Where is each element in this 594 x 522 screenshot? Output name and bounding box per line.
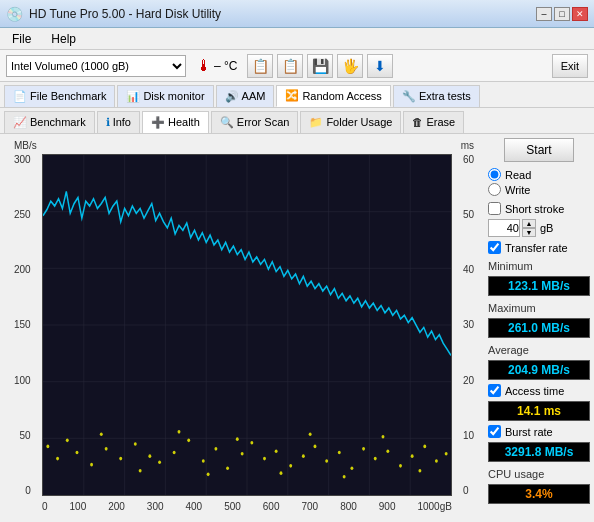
transfer-rate-label: Transfer rate (505, 242, 568, 254)
tab-folder-usage[interactable]: 📁 Folder Usage (300, 111, 401, 133)
svg-point-35 (314, 445, 317, 449)
svg-point-26 (202, 459, 205, 463)
right-panel: Start Read Write Short stroke ▲ ▼ gB (484, 134, 594, 522)
exit-button[interactable]: Exit (552, 54, 588, 78)
tab-extra-tests[interactable]: 🔧 Extra tests (393, 85, 480, 107)
file-benchmark-icon: 📄 (13, 90, 27, 103)
svg-point-55 (382, 435, 385, 439)
minimize-button[interactable]: – (536, 7, 552, 21)
toolbar-btn-5[interactable]: ⬇ (367, 54, 393, 78)
health-icon: ➕ (151, 116, 165, 129)
svg-point-46 (445, 452, 448, 456)
tab-erase[interactable]: 🗑 Erase (403, 111, 464, 133)
tab-file-benchmark[interactable]: 📄 File Benchmark (4, 85, 115, 107)
svg-point-32 (275, 449, 278, 453)
main-content: MB/s ms 300 250 200 150 100 50 0 60 50 4… (0, 134, 594, 522)
tab-disk-monitor[interactable]: 📊 Disk monitor (117, 85, 213, 107)
svg-point-56 (418, 469, 421, 473)
disk-monitor-icon: 📊 (126, 90, 140, 103)
tab-benchmark[interactable]: 📈 Benchmark (4, 111, 95, 133)
title-bar: 💿 HD Tune Pro 5.00 - Hard Disk Utility –… (0, 0, 594, 28)
average-label: Average (488, 344, 590, 356)
svg-point-41 (386, 449, 389, 453)
tab-health-label: Health (168, 116, 200, 128)
tab-random-access-label: Random Access (302, 90, 381, 102)
read-radio[interactable] (488, 168, 501, 181)
svg-point-36 (325, 459, 328, 463)
svg-point-16 (66, 439, 69, 443)
toolbar: Intel Volume0 (1000 gB) 🌡 – °C 📋 📋 💾 🖐 ⬇… (0, 50, 594, 82)
svg-point-52 (280, 471, 283, 475)
tab-random-access[interactable]: 🔀 Random Access (276, 85, 390, 107)
cpu-value: 3.4% (488, 484, 590, 504)
error-scan-icon: 🔍 (220, 116, 234, 129)
extra-tests-icon: 🔧 (402, 90, 416, 103)
window-title: HD Tune Pro 5.00 - Hard Disk Utility (29, 7, 221, 21)
svg-point-31 (263, 457, 266, 461)
read-write-group: Read Write (488, 166, 590, 198)
svg-point-42 (399, 464, 402, 468)
svg-point-19 (105, 447, 108, 451)
y-axis-right: 60 50 40 30 20 10 0 (463, 154, 474, 496)
toolbar-btn-1[interactable]: 📋 (247, 54, 273, 78)
tab-error-scan[interactable]: 🔍 Error Scan (211, 111, 299, 133)
menu-file[interactable]: File (8, 30, 35, 48)
spinner-down[interactable]: ▼ (522, 228, 536, 237)
tab-info[interactable]: ℹ Info (97, 111, 140, 133)
burst-rate-checkbox-label: Burst rate (505, 426, 553, 438)
burst-rate-checkbox[interactable] (488, 425, 501, 438)
toolbar-btn-4[interactable]: 🖐 (337, 54, 363, 78)
svg-point-20 (119, 457, 122, 461)
toolbar-btn-2[interactable]: 📋 (277, 54, 303, 78)
svg-point-34 (302, 454, 305, 458)
drive-select[interactable]: Intel Volume0 (1000 gB) (6, 55, 186, 77)
svg-point-28 (226, 466, 229, 470)
transfer-rate-checkbox[interactable] (488, 241, 501, 254)
access-time-checkbox[interactable] (488, 384, 501, 397)
short-stroke-checkbox[interactable] (488, 202, 501, 215)
svg-point-47 (100, 432, 103, 436)
tab-aam-label: AAM (242, 90, 266, 102)
y-axis-left-unit: MB/s (14, 140, 37, 151)
minimum-value: 123.1 MB/s (488, 276, 590, 296)
toolbar-btn-3[interactable]: 💾 (307, 54, 333, 78)
gb-label: gB (540, 222, 553, 234)
tab-file-benchmark-label: File Benchmark (30, 90, 106, 102)
tab-extra-tests-label: Extra tests (419, 90, 471, 102)
tab-folder-usage-label: Folder Usage (326, 116, 392, 128)
chart-container: MB/s ms 300 250 200 150 100 50 0 60 50 4… (8, 140, 480, 516)
menu-help[interactable]: Help (47, 30, 80, 48)
thermometer-icon: 🌡 (196, 57, 212, 75)
spinner-up[interactable]: ▲ (522, 219, 536, 228)
tab-health[interactable]: ➕ Health (142, 111, 209, 133)
start-button[interactable]: Start (504, 138, 574, 162)
random-access-icon: 🔀 (285, 89, 299, 102)
y-axis-left: 300 250 200 150 100 50 0 (14, 154, 31, 496)
svg-point-39 (362, 447, 365, 451)
write-radio[interactable] (488, 183, 501, 196)
y-axis-right-unit: ms (461, 140, 474, 151)
temp-value: – °C (214, 59, 237, 73)
svg-point-15 (56, 457, 59, 461)
svg-point-18 (90, 463, 93, 467)
access-time-value: 14.1 ms (488, 401, 590, 421)
tab-benchmark-label: Benchmark (30, 116, 86, 128)
maximize-button[interactable]: □ (554, 7, 570, 21)
menu-bar: File Help (0, 28, 594, 50)
close-button[interactable]: ✕ (572, 7, 588, 21)
minimum-label: Minimum (488, 260, 590, 272)
svg-point-27 (214, 447, 217, 451)
tabs-row1: 📄 File Benchmark 📊 Disk monitor 🔊 AAM 🔀 … (0, 82, 594, 108)
tab-error-scan-label: Error Scan (237, 116, 290, 128)
gb-spinner[interactable] (488, 219, 520, 237)
benchmark-chart (42, 154, 452, 496)
svg-point-23 (158, 460, 161, 464)
svg-point-45 (435, 459, 438, 463)
burst-rate-value: 3291.8 MB/s (488, 442, 590, 462)
svg-point-37 (338, 451, 341, 455)
svg-point-33 (289, 464, 292, 468)
tab-disk-monitor-label: Disk monitor (143, 90, 204, 102)
x-axis: 0 100 200 300 400 500 600 700 800 900 10… (42, 501, 452, 512)
tab-aam[interactable]: 🔊 AAM (216, 85, 275, 107)
tab-erase-label: Erase (426, 116, 455, 128)
